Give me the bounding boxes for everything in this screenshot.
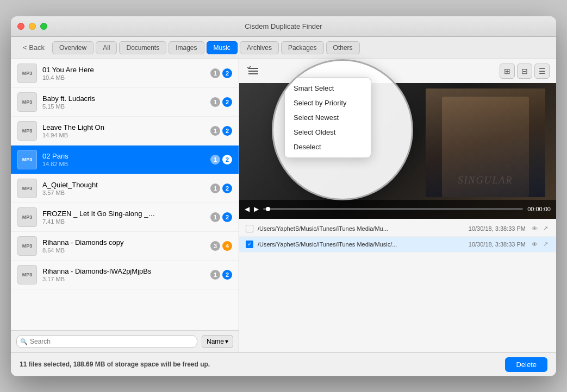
tab-overview[interactable]: Overview [52,41,94,54]
file-type-icon: MP3 [17,265,37,284]
time-display: 00:00:00 [527,206,551,212]
progress-bar[interactable] [263,208,523,210]
grid-view-button[interactable]: ⊞ [500,64,515,79]
status-text: 11 files selected, 188.69 MB of storage … [20,361,505,368]
external-link-icon[interactable]: ↗ [541,240,550,249]
file-badges: 1 2 [210,126,232,136]
file-name: FROZEN _ Let It Go Sing-along _… [42,210,210,218]
file-entry[interactable]: /Users/YaphetS/Music/iTunes/iTunes Media… [239,221,556,237]
back-button[interactable]: < Back [20,42,48,53]
file-entry[interactable]: ✓ /Users/YaphetS/Music/iTunes/iTunes Med… [239,237,556,252]
file-size: 8.64 MB [42,247,210,254]
top-toolbar-wrapper: ⊞ ⊟ ☰ Smart Select [239,59,556,83]
select-oldest-menu-item[interactable]: Select Oldest [285,125,371,140]
file-size: 10.4 MB [42,74,210,81]
select-newest-menu-item[interactable]: Select Newest [285,110,371,125]
list-item[interactable]: MP3 Rihanna - Diamonds copy 8.64 MB 3 4 [11,232,239,261]
file-info: FROZEN _ Let It Go Sing-along _… 7.41 MB [42,210,210,225]
tab-others[interactable]: Others [326,41,360,54]
tab-documents[interactable]: Documents [119,41,166,54]
search-input-wrap: 🔍 [16,335,197,348]
context-menu: Smart Select Select by Priority Select N… [284,77,371,158]
tab-packages[interactable]: Packages [281,41,324,54]
tab-archives[interactable]: Archives [240,41,279,54]
file-badges: 1 2 [210,68,232,78]
list-item[interactable]: MP3 Baby ft. Ludacris 5.15 MB 1 2 [11,88,239,117]
badge-3: 3 [210,241,220,251]
entry-checkbox-1[interactable] [246,225,253,232]
file-badges: 1 2 [210,97,232,107]
file-name: A_Quiet_Thought [42,181,210,189]
badge-2: 2 [222,270,232,280]
file-info: Leave The Light On 14.94 MB [42,123,210,138]
select-all-button[interactable] [246,64,261,79]
file-badges: 1 2 [210,155,232,165]
file-name: Baby ft. Ludacris [42,94,210,103]
column-view-icon: ⊟ [521,67,528,75]
search-bar: 🔍 Name ▾ [11,330,239,352]
file-size: 3.57 MB [42,189,210,196]
badge-2: 2 [222,126,232,136]
tab-music[interactable]: Music [207,41,238,54]
tab-all[interactable]: All [96,41,117,54]
file-badges: 1 2 [210,270,232,280]
list-item[interactable]: MP3 Rihanna - Diamonds-IWA2pjMjpBs 3.17 … [11,261,239,289]
app-window: Cisdem Duplicate Finder < Back Overview … [11,16,556,376]
file-name: Rihanna - Diamonds-IWA2pjMjpBs [42,267,210,275]
file-type-icon: MP3 [17,179,37,198]
file-badges: 3 4 [210,241,232,251]
column-view-button[interactable]: ⊟ [517,64,532,79]
list-item[interactable]: MP3 01 You Are Here 10.4 MB 1 2 [11,59,239,88]
file-name: Leave The Light On [42,123,210,131]
play-button[interactable]: ▶ [254,205,259,213]
magnifier-content: Smart Select Select by Priority Select N… [273,61,412,199]
sort-label: Name [207,338,224,345]
file-name: Rihanna - Diamonds copy [42,238,210,246]
list-item[interactable]: MP3 Leave The Light On 14.94 MB 1 2 [11,117,239,146]
file-badges: 1 2 [210,184,232,193]
deselect-menu-item[interactable]: Deselect [285,140,371,154]
file-info: 01 You Are Here 10.4 MB [42,66,210,81]
smart-select-menu-item[interactable]: Smart Select [285,81,371,96]
nav-bar: < Back Overview All Documents Images Mus… [11,37,556,59]
search-input[interactable] [16,335,197,348]
tab-images[interactable]: Images [169,41,204,54]
badge-2: 2 [222,155,232,165]
list-item[interactable]: MP3 FROZEN _ Let It Go Sing-along _… 7.4… [11,203,239,232]
album-art: SINGULAR [426,88,545,197]
file-info: A_Quiet_Thought 3.57 MB [42,181,210,196]
file-info: Rihanna - Diamonds copy 8.64 MB [42,238,210,254]
file-size: 14.82 MB [42,161,210,167]
entry-path-2: /Users/YaphetS/Music/iTunes/iTunes Media… [258,241,464,248]
file-info: 02 Paris 14.82 MB [42,152,210,167]
eye-icon[interactable]: 👁 [530,224,539,233]
badge-2: 2 [222,212,232,222]
file-list[interactable]: MP3 01 You Are Here 10.4 MB 1 2 MP3 Baby… [11,59,239,330]
minimize-button[interactable] [29,23,36,30]
badge-1: 1 [210,270,220,280]
delete-button[interactable]: Delete [505,357,547,372]
badge-1: 1 [210,126,220,136]
maximize-button[interactable] [40,23,47,30]
external-link-icon[interactable]: ↗ [541,224,550,233]
file-type-icon: MP3 [17,150,37,169]
badge-2: 2 [222,68,232,78]
file-badges: 1 2 [210,212,232,222]
status-bar: 11 files selected, 188.69 MB of storage … [11,352,556,376]
entry-date-1: 10/30/18, 3:38:33 PM [469,225,526,232]
close-button[interactable] [17,23,24,30]
badge-1: 1 [210,212,220,222]
entry-checkbox-2[interactable]: ✓ [246,241,253,248]
eye-icon[interactable]: 👁 [530,240,539,249]
sort-button[interactable]: Name ▾ [202,335,233,348]
window-title: Cisdem Duplicate Finder [245,22,322,30]
select-by-priority-menu-item[interactable]: Select by Priority [285,96,371,110]
file-type-icon: MP3 [17,92,37,112]
list-item[interactable]: MP3 02 Paris 14.82 MB 1 2 [11,146,239,174]
status-suffix: of storage space will be freed up. [105,361,210,368]
badge-2: 2 [222,184,232,193]
rewind-button[interactable]: ◀ [245,205,250,213]
list-view-button[interactable]: ☰ [534,64,550,79]
list-item[interactable]: MP3 A_Quiet_Thought 3.57 MB 1 2 [11,174,239,203]
player-controls: ◀ ▶ 00:00:00 [239,200,556,219]
